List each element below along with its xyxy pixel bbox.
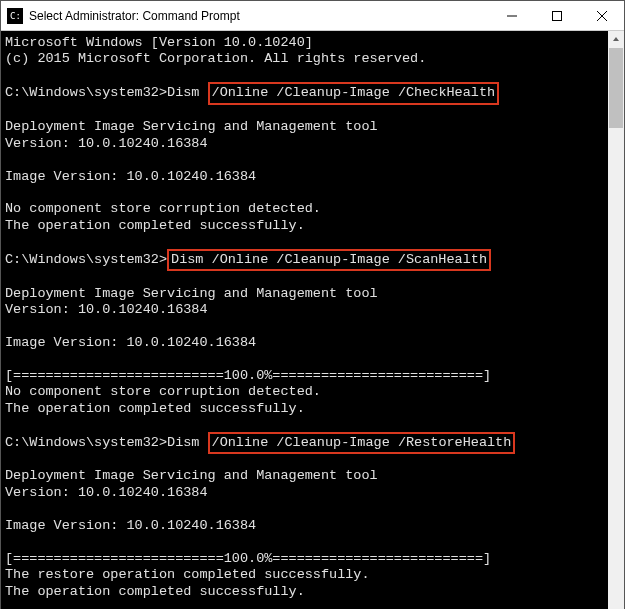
svg-marker-5 <box>613 37 619 41</box>
cmd-icon: C:\ <box>7 8 23 24</box>
highlight-checkhealth: /Online /Cleanup-Image /CheckHealth <box>208 82 500 104</box>
text-line: No component store corruption detected. <box>5 201 321 216</box>
blank-line <box>5 185 13 200</box>
scroll-up-button[interactable] <box>608 31 624 47</box>
blank-line <box>5 68 13 83</box>
titlebar[interactable]: C:\ Select Administrator: Command Prompt <box>1 1 624 31</box>
text-line: Deployment Image Servicing and Managemen… <box>5 119 378 134</box>
blank-line <box>5 452 13 467</box>
prompt-text: C:\Windows\system32>Dism <box>5 85 208 100</box>
blank-line <box>5 351 13 366</box>
blank-line <box>5 103 13 118</box>
close-button[interactable] <box>579 1 624 31</box>
text-line: Image Version: 10.0.10240.16384 <box>5 518 256 533</box>
vertical-scrollbar[interactable] <box>608 31 624 609</box>
text-line: Version: 10.0.10240.16384 <box>5 136 208 151</box>
text-line: Deployment Image Servicing and Managemen… <box>5 286 378 301</box>
text-line: The restore operation completed successf… <box>5 567 370 582</box>
window-title: Select Administrator: Command Prompt <box>29 9 489 23</box>
blank-line <box>5 600 13 609</box>
text-line: Deployment Image Servicing and Managemen… <box>5 468 378 483</box>
progress-bar: [==========================100.0%=======… <box>5 368 491 383</box>
prompt-text: C:\Windows\system32>Dism <box>5 435 208 450</box>
text-line: Version: 10.0.10240.16384 <box>5 302 208 317</box>
window-controls <box>489 1 624 31</box>
text-line: The operation completed successfully. <box>5 218 305 233</box>
highlight-restorehealth: /Online /Cleanup-Image /RestoreHealth <box>208 432 516 454</box>
blank-line <box>5 417 13 432</box>
blank-line <box>5 318 13 333</box>
svg-rect-2 <box>552 11 561 20</box>
maximize-button[interactable] <box>534 1 579 31</box>
command-prompt-window: C:\ Select Administrator: Command Prompt… <box>0 0 625 609</box>
blank-line <box>5 501 13 516</box>
terminal-area: Microsoft Windows [Version 10.0.10240] (… <box>1 31 624 609</box>
blank-line <box>5 534 13 549</box>
prompt-text: C:\Windows\system32> <box>5 252 167 267</box>
text-line: No component store corruption detected. <box>5 384 321 399</box>
blank-line <box>5 269 13 284</box>
blank-line <box>5 234 13 249</box>
text-line: Image Version: 10.0.10240.16384 <box>5 335 256 350</box>
text-line: Image Version: 10.0.10240.16384 <box>5 169 256 184</box>
text-line: The operation completed successfully. <box>5 401 305 416</box>
svg-text:C:\: C:\ <box>10 11 21 21</box>
text-line: The operation completed successfully. <box>5 584 305 599</box>
scroll-thumb[interactable] <box>609 48 623 128</box>
text-line: (c) 2015 Microsoft Corporation. All righ… <box>5 51 426 66</box>
terminal-output[interactable]: Microsoft Windows [Version 10.0.10240] (… <box>1 31 608 609</box>
text-line: Microsoft Windows [Version 10.0.10240] <box>5 35 313 50</box>
minimize-button[interactable] <box>489 1 534 31</box>
text-line: Version: 10.0.10240.16384 <box>5 485 208 500</box>
progress-bar: [==========================100.0%=======… <box>5 551 491 566</box>
blank-line <box>5 152 13 167</box>
highlight-scanhealth: Dism /Online /Cleanup-Image /ScanHealth <box>167 249 491 271</box>
